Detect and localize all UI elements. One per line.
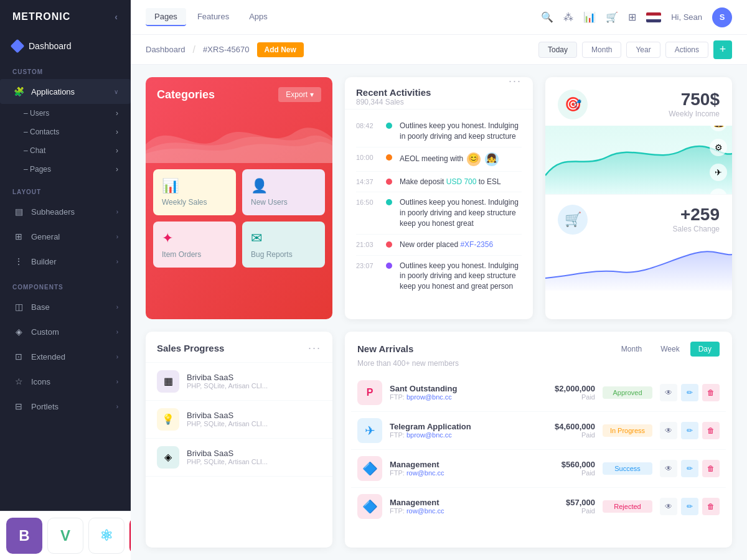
- share-icon[interactable]: ⁂: [563, 11, 573, 23]
- settings-icon[interactable]: ⚙: [710, 139, 727, 156]
- activity-dot-3: [386, 179, 392, 185]
- filter-month-button[interactable]: Month: [582, 42, 621, 58]
- filter-today-button[interactable]: Today: [538, 42, 577, 58]
- arrivals-subtitle: More than 400+ new members: [345, 359, 732, 374]
- arrivals-filter-week[interactable]: Week: [652, 342, 687, 357]
- activity-list: 08:42 Outlines keep you honest. Indulgin…: [345, 110, 533, 303]
- add-new-button[interactable]: Add New: [257, 42, 304, 57]
- user-greeting: Hi, Sean: [671, 12, 702, 22]
- sales-more-icon[interactable]: ···: [308, 342, 321, 355]
- sidebar-item-applications[interactable]: 🧩 Applications ∨: [0, 79, 131, 104]
- chevron-right-icon-3: ›: [116, 146, 118, 155]
- sidebar-sub-contacts[interactable]: – Contacts ›: [0, 123, 131, 141]
- envelope-icon: ✉: [251, 230, 316, 246]
- arr-view-btn-3[interactable]: 👁: [660, 460, 677, 477]
- mini-card-bug-reports[interactable]: ✉ Bug Reports: [242, 222, 325, 268]
- arr-edit-btn-1[interactable]: ✏: [681, 384, 698, 401]
- user-avatar[interactable]: S: [712, 7, 732, 27]
- chart-icon[interactable]: 📊: [583, 11, 596, 23]
- sidebar-item-custom[interactable]: ◈ Custom ›: [0, 319, 131, 344]
- sales-item-2: 💡 Briviba SaaS PHP, SQLite, Artisan CLI.…: [146, 401, 332, 439]
- sidebar-collapse-icon[interactable]: ‹: [115, 12, 118, 22]
- star-icon[interactable]: ★: [710, 189, 727, 194]
- send-icon[interactable]: ✈: [710, 164, 727, 181]
- recent-more-icon[interactable]: ···: [509, 77, 522, 88]
- sidebar-item-extended[interactable]: ⊡ Extended ›: [0, 344, 131, 369]
- mini-card-weekly-sales[interactable]: 📊 Weekly Sales: [153, 169, 236, 215]
- activity-text-2: AEOL meeting with 😊 👧: [400, 152, 500, 166]
- activity-time-3: 14:37: [356, 177, 378, 185]
- arr-delete-btn-3[interactable]: 🗑: [702, 460, 720, 477]
- arrival-row-3: 🔷 Management FTP: row@bnc.cc $560,000 Pa…: [351, 450, 726, 488]
- weekly-income-values: 750$ Weekly Income: [669, 90, 720, 118]
- nav-link-apps[interactable]: Apps: [240, 8, 276, 26]
- sales-change-section: 🛒 +259 Sales Change: [545, 194, 732, 241]
- bootstrap-icon[interactable]: B: [6, 518, 42, 554]
- sales-change-icon: 🛒: [558, 205, 588, 235]
- framework-row: B V ⚛ A: [0, 511, 131, 560]
- arr-view-btn-1[interactable]: 👁: [660, 384, 677, 401]
- sales-item-icon-2: 💡: [157, 408, 179, 431]
- arr-status-4: Rejected: [603, 500, 652, 513]
- sidebar-logo: METRONIC ‹: [0, 0, 131, 34]
- filter-year-button[interactable]: Year: [626, 42, 660, 58]
- subheader-right: Today Month Year Actions +: [538, 40, 732, 59]
- sidebar-custom-label: Custom: [31, 327, 59, 337]
- arrivals-filter-month[interactable]: Month: [613, 342, 650, 357]
- cart-icon[interactable]: 🛒: [606, 11, 618, 23]
- mini-card-item-orders[interactable]: ✦ Item Orders: [153, 222, 236, 268]
- nav-link-features[interactable]: Features: [189, 8, 238, 26]
- arr-logo-4: 🔷: [357, 494, 382, 519]
- sidebar-item-general[interactable]: ⊞ General ›: [0, 224, 131, 249]
- bell-icon[interactable]: 🔔: [710, 126, 727, 131]
- sidebar-sub-chat[interactable]: – Chat ›: [0, 141, 131, 160]
- sidebar-icons-label: Icons: [31, 377, 50, 386]
- grid-icon[interactable]: ⊞: [628, 11, 636, 23]
- sales-item-info-1: Briviba SaaS PHP, SQLite, Artisan CLI...: [187, 373, 321, 390]
- recent-activities-subtitle: 890,344 Sales: [356, 98, 431, 106]
- sales-item-1: ▦ Briviba SaaS PHP, SQLite, Artisan CLI.…: [146, 363, 332, 401]
- export-button[interactable]: Export ▾: [278, 87, 321, 102]
- arr-delete-btn-1[interactable]: 🗑: [702, 384, 720, 401]
- arr-delete-btn-2[interactable]: 🗑: [702, 422, 720, 439]
- arr-status-3: Success: [603, 462, 652, 475]
- mini-card-new-users[interactable]: 👤 New Users: [242, 169, 325, 215]
- arr-name-1: Sant Outstanding: [390, 384, 525, 393]
- categories-title: Categories: [157, 88, 215, 101]
- arr-info-1: Sant Outstanding FTP: bprow@bnc.cc: [390, 384, 525, 401]
- sidebar-item-subheaders[interactable]: ▤ Subheaders ›: [0, 199, 131, 224]
- arr-view-btn-2[interactable]: 👁: [660, 422, 677, 439]
- arrivals-filter-day[interactable]: Day: [690, 342, 720, 357]
- sidebar-sub-pages[interactable]: – Pages ›: [0, 160, 131, 179]
- sidebar-sub-users[interactable]: – Users ›: [0, 104, 131, 123]
- react-icon[interactable]: ⚛: [88, 518, 125, 554]
- arr-edit-btn-4[interactable]: ✏: [681, 498, 698, 515]
- sidebar-item-base[interactable]: ◫ Base ›: [0, 294, 131, 319]
- arr-name-2: Telegram Application: [390, 422, 525, 431]
- arr-delete-btn-4[interactable]: 🗑: [702, 498, 720, 515]
- arr-actions-2: 👁 ✏ 🗑: [660, 422, 720, 439]
- applications-icon: 🧩: [12, 85, 25, 98]
- arr-ftp-3: FTP: row@bnc.cc: [390, 469, 525, 477]
- arr-edit-btn-3[interactable]: ✏: [681, 460, 698, 477]
- subheader: Dashboard / #XRS-45670 Add New Today Mon…: [131, 35, 747, 65]
- sidebar-item-builder[interactable]: ⋮ Builder ›: [0, 249, 131, 274]
- nav-link-pages[interactable]: Pages: [146, 8, 186, 26]
- sales-item-info-3: Briviba SaaS PHP, SQLite, Artisan CLI...: [187, 449, 321, 465]
- general-icon: ⊞: [12, 230, 25, 243]
- activity-time-4: 16:50: [356, 197, 378, 206]
- recent-activities-header: Recent Activities 890,344 Sales ···: [345, 77, 533, 110]
- sales-item-name-2: Briviba SaaS: [187, 411, 321, 420]
- actions-button[interactable]: Actions: [665, 42, 708, 58]
- vue-icon[interactable]: V: [47, 518, 83, 554]
- sidebar-dashboard-item[interactable]: Dashboard: [0, 34, 131, 58]
- arr-edit-btn-2[interactable]: ✏: [681, 422, 698, 439]
- breadcrumb-dashboard: Dashboard: [146, 45, 186, 54]
- sidebar-item-portlets[interactable]: ⊟ Portlets ›: [0, 394, 131, 419]
- sidebar-item-icons[interactable]: ☆ Icons ›: [0, 369, 131, 394]
- arrival-row-4: 🔷 Management FTP: row@bnc.cc $57,000 Pai…: [351, 488, 726, 525]
- search-icon[interactable]: 🔍: [541, 11, 553, 23]
- arrival-row-1: P Sant Outstanding FTP: bprow@bnc.cc $2,…: [351, 374, 726, 412]
- arr-view-btn-4[interactable]: 👁: [660, 498, 677, 515]
- add-plus-button[interactable]: +: [713, 40, 732, 59]
